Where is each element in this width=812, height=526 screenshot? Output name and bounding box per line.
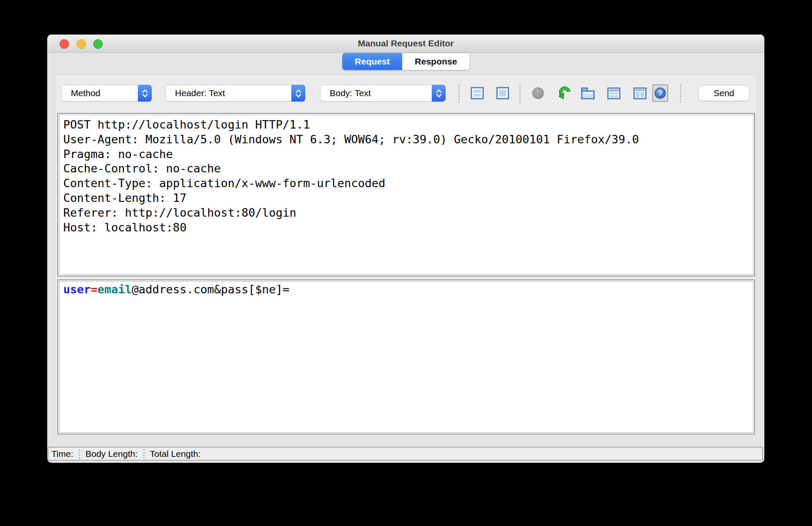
- follow-redirects-icon[interactable]: [557, 86, 571, 100]
- chevron-up-down-icon: [291, 85, 305, 102]
- header-line: POST http://localhost/login HTTP/1.1: [63, 118, 749, 132]
- window-title: Manual Request Editor: [47, 35, 764, 52]
- toolbar-separator: [458, 84, 460, 102]
- titlebar: Manual Request Editor: [47, 35, 764, 53]
- header-view-dropdown[interactable]: Header: Text: [165, 85, 305, 102]
- request-body-editor[interactable]: user=email@address.com&pass[$ne]=: [57, 279, 755, 435]
- header-line: Content-Type: application/x-www-form-url…: [63, 176, 749, 191]
- tab-response[interactable]: Response: [402, 53, 470, 70]
- time-label: Time:: [48, 449, 79, 459]
- header-line: Cache-Control: no-cache: [63, 161, 749, 176]
- single-pane-view-icon[interactable]: [496, 87, 509, 99]
- chevron-up-down-icon: [432, 85, 446, 102]
- manual-request-editor-window: Manual Request Editor Request Response M…: [47, 35, 764, 463]
- request-header-editor[interactable]: POST http://localhost/login HTTP/1.1 Use…: [57, 113, 755, 276]
- total-length-label: Total Length:: [145, 449, 206, 459]
- tab-view-icon[interactable]: [581, 87, 595, 99]
- header-line: User-Agent: Mozilla/5.0 (Windows NT 6.3;…: [63, 132, 749, 147]
- header-line: Host: localhost:80: [63, 220, 749, 235]
- header-line: Referer: http://localhost:80/login: [63, 206, 749, 220]
- method-dropdown[interactable]: Method: [61, 85, 152, 102]
- request-tab-page: Method Header: Text Body: Text: [55, 74, 757, 436]
- tab-request[interactable]: Request: [342, 53, 402, 70]
- body-view-dropdown[interactable]: Body: Text: [320, 85, 446, 102]
- chevron-up-down-icon: [138, 85, 152, 102]
- body-token-user: user: [63, 283, 91, 296]
- method-dropdown-label: Method: [62, 88, 138, 98]
- horizontal-split-icon[interactable]: [607, 87, 621, 99]
- body-token-equals: =: [91, 283, 97, 296]
- header-line: Content-Length: 17: [63, 191, 749, 206]
- svg-text:?: ?: [658, 89, 662, 97]
- body-length-label: Body Length:: [80, 449, 143, 459]
- toolbar: Method Header: Text Body: Text: [55, 84, 756, 102]
- send-button[interactable]: Send: [698, 85, 750, 101]
- help-icon: ?: [654, 87, 666, 99]
- header-view-dropdown-label: Header: Text: [166, 88, 291, 98]
- status-bar: Time: Body Length: Total Length:: [48, 447, 763, 461]
- toolbar-separator: [680, 84, 681, 102]
- combined-view-icon[interactable]: [471, 87, 484, 99]
- body-token-email: email: [97, 283, 132, 296]
- body-token-rest: @address.com&pass[$ne]=: [132, 283, 290, 296]
- request-response-tabs: Request Response: [342, 53, 470, 70]
- vertical-split-icon[interactable]: [633, 87, 647, 99]
- toolbar-separator: [519, 84, 521, 102]
- body-view-dropdown-label: Body: Text: [320, 88, 432, 98]
- body-line: user=email@address.com&pass[$ne]=: [63, 282, 749, 297]
- record-dot-icon[interactable]: [532, 87, 544, 99]
- help-button[interactable]: ?: [652, 84, 668, 102]
- header-line: Pragma: no-cache: [63, 147, 749, 162]
